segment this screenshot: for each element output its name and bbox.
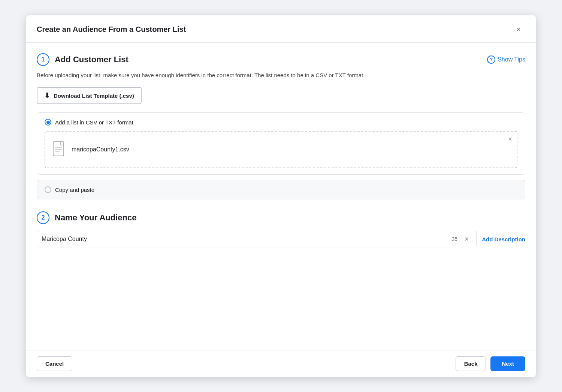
- clear-input-button[interactable]: ×: [461, 234, 472, 244]
- audience-name-input[interactable]: [42, 231, 452, 247]
- back-label: Back: [464, 361, 478, 367]
- step2-section: 2 Name Your Audience 35 × Add Descriptio…: [37, 211, 525, 247]
- modal-body: 1 Add Customer List ? Show Tips Before u…: [26, 43, 536, 350]
- close-button[interactable]: ×: [512, 23, 525, 36]
- cancel-button[interactable]: Cancel: [37, 356, 72, 371]
- show-tips-button[interactable]: ? Show Tips: [487, 55, 525, 64]
- paste-option-card: Copy and paste: [37, 180, 525, 199]
- close-icon: ×: [516, 25, 521, 34]
- csv-option-card: Add a list in CSV or TXT format maricopa…: [37, 112, 525, 175]
- modal-header: Create an Audience From a Customer List …: [26, 15, 536, 43]
- csv-option-label[interactable]: Add a list in CSV or TXT format: [45, 119, 517, 126]
- back-button[interactable]: Back: [456, 356, 486, 371]
- modal-footer: Cancel Back Next: [26, 350, 536, 377]
- paste-option-label[interactable]: Copy and paste: [45, 186, 517, 193]
- audience-name-input-wrapper: 35 ×: [37, 231, 477, 247]
- file-dropzone[interactable]: maricopaCounty1.csv ×: [45, 131, 517, 168]
- download-icon: ⬇: [44, 91, 50, 100]
- step1-title: Add Customer List: [55, 55, 129, 64]
- csv-option-text: Add a list in CSV or TXT format: [55, 119, 133, 126]
- step1-description: Before uploading your list, make sure yo…: [37, 71, 525, 80]
- step2-title-group: 2 Name Your Audience: [37, 211, 525, 224]
- paste-option-text: Copy and paste: [55, 187, 94, 193]
- char-count: 35: [452, 236, 458, 242]
- csv-radio[interactable]: [45, 119, 51, 126]
- step2-title: Name Your Audience: [55, 213, 136, 223]
- file-icon: [53, 141, 66, 158]
- next-button[interactable]: Next: [490, 356, 525, 371]
- step2-badge: 2: [37, 211, 49, 224]
- add-description-label: Add Description: [482, 236, 525, 242]
- add-description-button[interactable]: Add Description: [482, 236, 525, 242]
- next-label: Next: [502, 361, 514, 367]
- tips-icon: ?: [487, 55, 495, 64]
- svg-rect-0: [53, 142, 64, 156]
- download-button-label: Download List Template (.csv): [54, 93, 134, 99]
- cancel-label: Cancel: [45, 361, 64, 367]
- show-tips-label: Show Tips: [498, 56, 525, 63]
- paste-radio[interactable]: [45, 186, 51, 193]
- download-template-button[interactable]: ⬇ Download List Template (.csv): [37, 87, 142, 104]
- modal-title: Create an Audience From a Customer List: [37, 25, 186, 34]
- remove-file-button[interactable]: ×: [508, 135, 512, 143]
- uploaded-file-name: maricopaCounty1.csv: [72, 146, 129, 153]
- step1-badge: 1: [37, 53, 49, 66]
- step1-title-group: 1 Add Customer List: [37, 53, 129, 66]
- step1-header: 1 Add Customer List ? Show Tips: [37, 53, 525, 66]
- audience-name-row: 35 × Add Description: [37, 231, 525, 247]
- footer-right-buttons: Back Next: [456, 356, 525, 371]
- create-audience-modal: Create an Audience From a Customer List …: [26, 15, 536, 377]
